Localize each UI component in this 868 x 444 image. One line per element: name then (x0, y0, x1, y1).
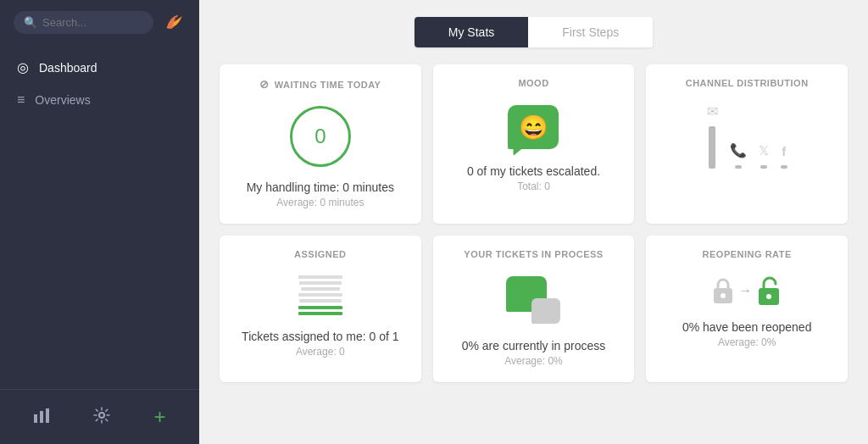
card-waiting-time-title: ⊘ WAITING TIME TODAY (259, 78, 381, 91)
phone-bar (735, 165, 742, 169)
svg-point-6 (721, 293, 726, 298)
reopening-main: 0% have been reopened (682, 320, 812, 334)
channel-icons: ✉ 📞 𝕏 f (707, 103, 787, 169)
card-reopening-title: REOPENING RATE (703, 249, 792, 259)
tickets-process-main: 0% are currently in process (462, 339, 606, 352)
svg-rect-2 (40, 411, 43, 423)
svg-rect-3 (46, 408, 49, 423)
stack-line-green (298, 312, 342, 315)
card-reopening-rate: REOPENING RATE → 0% have been reopened (646, 236, 848, 382)
waiting-time-main: My handling time: 0 minutes (247, 180, 394, 194)
smiley-icon: 😄 (519, 114, 548, 142)
lock-open-icon (755, 275, 782, 307)
search-input[interactable] (42, 16, 143, 29)
sidebar-item-label: Dashboard (39, 61, 97, 75)
process-bubbles (506, 276, 560, 324)
email-bar (709, 126, 715, 169)
gear-icon (93, 407, 110, 424)
email-icon: ✉ (707, 103, 718, 119)
channel-email: ✉ (707, 103, 718, 169)
card-waiting-time: ⊘ WAITING TIME TODAY 0 My handling time:… (220, 64, 421, 224)
card-channel-distribution: CHANNEL DISTRIBUTION ✉ 📞 𝕏 f (646, 64, 848, 224)
stack-line (301, 287, 340, 291)
sidebar-nav: ◎ Dashboard ≡ Overviews (0, 44, 199, 389)
sidebar-item-overviews[interactable]: ≡ Overviews (0, 84, 199, 116)
main-content: My Stats First Steps ⊘ WAITING TIME TODA… (199, 0, 868, 444)
tab-first-steps[interactable]: First Steps (528, 17, 653, 47)
card-assigned-title: ASSIGNED (294, 249, 346, 259)
sidebar-item-dashboard[interactable]: ◎ Dashboard (0, 51, 199, 84)
twitter-bar (760, 165, 767, 169)
lock-closed-icon (711, 276, 735, 305)
dashboard-icon: ◎ (17, 59, 29, 75)
tab-my-stats[interactable]: My Stats (415, 17, 528, 47)
sidebar-header: 🔍 (0, 0, 199, 44)
sidebar: 🔍 ◎ Dashboard ≡ Overviews (0, 0, 199, 444)
mood-main: 0 of my tickets escalated. (467, 164, 600, 178)
search-bar[interactable]: 🔍 (14, 11, 153, 34)
sidebar-footer: + (0, 389, 199, 444)
stack-line (299, 299, 342, 302)
channel-phone: 📞 (730, 142, 747, 169)
reopening-sub: Average: 0% (718, 336, 776, 348)
timer-circle: 0 (290, 106, 351, 167)
add-button[interactable]: + (147, 402, 172, 432)
assigned-main: Tickets assigned to me: 0 of 1 (242, 330, 398, 343)
bubble-second (531, 298, 560, 324)
arrow-icon: → (738, 283, 752, 298)
locks-container: → (711, 275, 782, 307)
stack-line (299, 281, 342, 285)
mood-bubble: 😄 (508, 105, 559, 149)
stack-line (298, 275, 342, 279)
phone-icon: 📞 (730, 142, 747, 158)
stack-line (298, 293, 342, 297)
bar-chart-icon (33, 408, 50, 423)
card-mood-title: MOOD (518, 78, 548, 88)
settings-button[interactable] (86, 403, 117, 431)
card-channel-title: CHANNEL DISTRIBUTION (686, 78, 809, 88)
cards-grid: ⊘ WAITING TIME TODAY 0 My handling time:… (220, 64, 848, 382)
svg-point-0 (175, 17, 177, 19)
svg-point-8 (766, 294, 771, 299)
mood-sub: Total: 0 (517, 180, 550, 192)
stats-button[interactable] (26, 404, 57, 430)
tabs-container: My Stats First Steps (415, 17, 653, 47)
facebook-bar (781, 165, 787, 169)
waiting-time-sub: Average: 0 minutes (276, 197, 364, 208)
facebook-icon: f (782, 144, 786, 158)
card-assigned: ASSIGNED Tickets assigned to me: 0 of 1 … (220, 236, 421, 382)
search-icon: 🔍 (24, 16, 37, 29)
card-tickets-in-process: YOUR TICKETS IN PROCESS 0% are currently… (433, 236, 635, 382)
overviews-icon: ≡ (17, 92, 25, 108)
assigned-sub: Average: 0 (296, 346, 345, 358)
stack-line-green (298, 306, 342, 309)
channel-twitter: 𝕏 (759, 143, 769, 169)
tickets-process-sub: Average: 0% (504, 355, 563, 367)
stack-icon (298, 275, 342, 316)
brand-logo (162, 10, 186, 34)
waiting-time-icon: ⊘ (259, 78, 270, 91)
sidebar-item-label: Overviews (35, 93, 90, 107)
channel-facebook: f (781, 144, 787, 169)
card-mood: MOOD 😄 0 of my tickets escalated. Total:… (433, 64, 635, 224)
svg-point-4 (99, 413, 104, 418)
twitter-icon: 𝕏 (759, 143, 769, 158)
svg-rect-1 (34, 414, 37, 423)
card-tickets-title: YOUR TICKETS IN PROCESS (464, 249, 603, 259)
